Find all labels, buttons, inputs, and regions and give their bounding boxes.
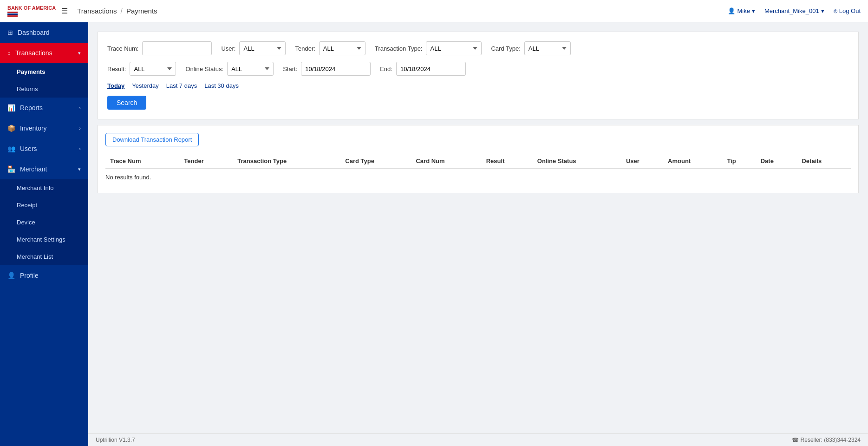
col-result: Result — [482, 154, 533, 169]
filter-group-transaction-type: Transaction Type: ALL — [375, 41, 482, 55]
profile-icon: 👤 — [7, 272, 15, 279]
sidebar: ⊞ Dashboard ↕ Transactions ▾ Payments Re… — [0, 22, 88, 446]
col-card-type: Card Type — [340, 154, 411, 169]
merchant-menu[interactable]: Merchant_Mike_001 ▾ — [764, 7, 824, 14]
col-details: Details — [797, 154, 851, 169]
sidebar-item-transactions-left: ↕ Transactions — [7, 49, 52, 57]
filter-group-start: Start: — [283, 62, 371, 76]
results-panel: Download Transaction Report Trace Num Te… — [98, 125, 859, 193]
logo-text: BANK OF AMERICA — [7, 5, 56, 16]
topbar: BANK OF AMERICA ☰ Transactions / Payment… — [0, 0, 868, 22]
sidebar-item-dashboard-label: Dashboard — [18, 29, 50, 36]
content: Trace Num: User: ALL Tender: ALL — [88, 22, 868, 446]
transactions-chevron-icon: ▾ — [78, 50, 81, 56]
shortcut-last30[interactable]: Last 30 days — [204, 82, 239, 89]
col-card-num: Card Num — [411, 154, 481, 169]
online-status-select[interactable]: ALL — [227, 62, 274, 76]
start-label: Start: — [283, 66, 297, 72]
search-row: Search — [107, 96, 849, 110]
topbar-right: 👤 Mike ▾ Merchant_Mike_001 ▾ ⎋ Log Out — [728, 7, 861, 14]
logout-button[interactable]: ⎋ Log Out — [834, 7, 861, 14]
col-tender: Tender — [179, 154, 233, 169]
date-shortcuts: Today Yesterday Last 7 days Last 30 days — [107, 82, 849, 89]
end-date-input[interactable] — [396, 62, 466, 76]
tender-select[interactable]: ALL — [319, 41, 365, 55]
col-transaction-type: Transaction Type — [233, 154, 340, 169]
sidebar-item-reports-label: Reports — [20, 104, 43, 112]
col-trace-num: Trace Num — [105, 154, 179, 169]
content-inner: Trace Num: User: ALL Tender: ALL — [88, 22, 868, 433]
transaction-type-select[interactable]: ALL — [426, 41, 482, 55]
sidebar-subitem-returns[interactable]: Returns — [0, 80, 88, 98]
breadcrumb: Transactions / Payments — [77, 7, 157, 15]
sidebar-item-users-left: 👥 Users — [7, 145, 37, 152]
sidebar-item-merchant[interactable]: 🏪 Merchant ▾ — [0, 159, 88, 179]
footer: Uptrillion V1.3.7 ☎ Reseller: (833)344-2… — [88, 433, 868, 446]
sidebar-item-reports[interactable]: 📊 Reports › — [0, 98, 88, 118]
hamburger-icon[interactable]: ☰ — [61, 7, 68, 15]
col-online-status: Online Status — [533, 154, 621, 169]
shortcut-yesterday[interactable]: Yesterday — [132, 82, 158, 89]
version-text: Uptrillion V1.3.7 — [96, 437, 135, 443]
sidebar-subitem-merchant-info[interactable]: Merchant Info — [0, 179, 88, 197]
logout-label: Log Out — [839, 7, 861, 14]
main-layout: ⊞ Dashboard ↕ Transactions ▾ Payments Re… — [0, 22, 868, 446]
start-date-input[interactable] — [301, 62, 371, 76]
card-type-label: Card Type: — [491, 45, 520, 52]
sidebar-item-inventory-left: 📦 Inventory — [7, 125, 47, 132]
sidebar-subitem-merchant-settings[interactable]: Merchant Settings — [0, 231, 88, 248]
sidebar-item-profile[interactable]: 👤 Profile — [0, 265, 88, 286]
flag-red — [7, 12, 18, 13]
card-type-select[interactable]: ALL — [524, 41, 571, 55]
user-chevron-icon: ▾ — [752, 7, 755, 14]
user-menu[interactable]: 👤 Mike ▾ — [728, 7, 755, 14]
no-results-row: No results found. — [105, 169, 851, 185]
trace-num-label: Trace Num: — [107, 45, 138, 52]
shortcut-last7[interactable]: Last 7 days — [166, 82, 197, 89]
sidebar-item-profile-label: Profile — [20, 272, 39, 279]
users-chevron-icon: › — [79, 146, 81, 151]
download-transaction-report-button[interactable]: Download Transaction Report — [105, 133, 199, 146]
transaction-type-label: Transaction Type: — [375, 45, 423, 52]
merchant-chevron-icon: ▾ — [78, 166, 81, 172]
sidebar-item-inventory[interactable]: 📦 Inventory › — [0, 118, 88, 138]
filter-group-tender: Tender: ALL — [295, 41, 365, 55]
sidebar-subitem-payments[interactable]: Payments — [0, 63, 88, 80]
topbar-left: BANK OF AMERICA ☰ Transactions / Payment… — [7, 5, 157, 16]
reports-icon: 📊 — [7, 104, 15, 112]
filter-row-1: Trace Num: User: ALL Tender: ALL — [107, 41, 849, 55]
sidebar-item-dashboard[interactable]: ⊞ Dashboard — [0, 22, 88, 43]
user-select[interactable]: ALL — [239, 41, 286, 55]
sidebar-subitem-device[interactable]: Device — [0, 214, 88, 231]
transactions-submenu: Payments Returns — [0, 63, 88, 98]
sidebar-item-transactions[interactable]: ↕ Transactions ▾ — [0, 43, 88, 63]
filter-row-2: Result: ALL Online Status: ALL Start: — [107, 62, 849, 76]
phone-icon: ☎ — [792, 437, 799, 443]
inventory-chevron-icon: › — [79, 125, 81, 131]
footer-right: ☎ Reseller: (833)344-2324 — [792, 437, 861, 443]
no-results-text: No results found. — [105, 169, 851, 185]
transactions-table: Trace Num Tender Transaction Type Card T… — [105, 154, 851, 185]
reseller-label: Reseller: (833)344-2324 — [801, 437, 861, 443]
flag-blue — [7, 13, 18, 15]
sidebar-item-users[interactable]: 👥 Users › — [0, 138, 88, 159]
filter-group-result: Result: ALL — [107, 62, 176, 76]
search-button[interactable]: Search — [107, 96, 146, 110]
user-circle-icon: 👤 — [728, 7, 735, 14]
result-label: Result: — [107, 66, 126, 72]
shortcut-today[interactable]: Today — [107, 82, 124, 89]
table-body: No results found. — [105, 169, 851, 185]
filter-group-card-type: Card Type: ALL — [491, 41, 570, 55]
result-select[interactable]: ALL — [130, 62, 176, 76]
filter-group-user: User: ALL — [221, 41, 286, 55]
flag-red2 — [7, 15, 18, 17]
reports-chevron-icon: › — [79, 105, 81, 111]
filter-group-online-status: Online Status: ALL — [185, 62, 274, 76]
user-label: User: — [221, 45, 235, 52]
sidebar-subitem-receipt[interactable]: Receipt — [0, 197, 88, 214]
sidebar-subitem-merchant-list[interactable]: Merchant List — [0, 248, 88, 265]
merchant-name: Merchant_Mike_001 — [764, 7, 819, 14]
merchant-icon: 🏪 — [7, 165, 15, 173]
trace-num-input[interactable] — [142, 41, 212, 55]
table-header: Trace Num Tender Transaction Type Card T… — [105, 154, 851, 169]
